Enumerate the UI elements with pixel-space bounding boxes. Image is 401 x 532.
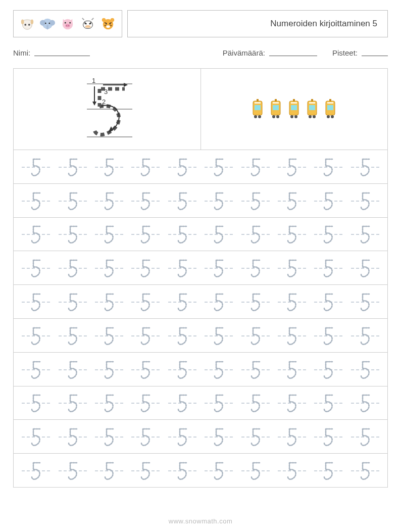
trace-char[interactable] [22,359,50,380]
trace-char[interactable] [95,460,123,481]
trace-char[interactable] [22,291,50,312]
trace-char[interactable] [314,426,342,447]
trace-char[interactable] [241,190,270,211]
trace-char[interactable] [278,291,306,312]
trace-char[interactable] [95,325,123,346]
trace-char[interactable] [59,460,87,481]
trace-char[interactable] [131,223,160,245]
trace-char[interactable] [278,426,306,447]
trace-char[interactable] [131,325,160,346]
trace-char[interactable] [241,156,270,177]
score-blank[interactable] [362,49,388,56]
trace-char[interactable] [22,460,50,481]
trace-char[interactable] [168,156,196,177]
trace-char[interactable] [314,359,342,380]
trace-char[interactable] [168,460,196,481]
trace-char[interactable] [59,223,87,245]
trace-char[interactable] [314,190,342,211]
trace-char[interactable] [22,392,50,413]
trace-char[interactable] [351,392,379,413]
trace-char[interactable] [22,426,50,447]
trace-char[interactable] [22,223,50,245]
trace-char[interactable] [205,359,233,380]
trace-char[interactable] [314,460,342,481]
trace-char[interactable] [168,291,196,312]
trace-char[interactable] [95,190,123,211]
trace-char[interactable] [205,325,233,346]
trace-char[interactable] [278,325,306,346]
trace-char[interactable] [59,392,87,413]
trace-char[interactable] [278,190,306,211]
trace-char[interactable] [314,223,342,245]
trace-char[interactable] [351,257,379,278]
trace-char[interactable] [241,392,270,413]
trace-char[interactable] [59,257,87,278]
trace-char[interactable] [351,190,379,211]
trace-char[interactable] [205,190,233,211]
trace-char[interactable] [131,426,160,447]
trace-char[interactable] [278,359,306,380]
trace-char[interactable] [95,359,123,380]
trace-char[interactable] [351,426,379,447]
trace-char[interactable] [314,257,342,278]
trace-char[interactable] [278,392,306,413]
trace-char[interactable] [95,156,123,177]
trace-char[interactable] [95,257,123,278]
trace-char[interactable] [22,257,50,278]
trace-char[interactable] [131,156,160,177]
trace-char[interactable] [59,426,87,447]
trace-char[interactable] [351,460,379,481]
trace-char[interactable] [351,156,379,177]
trace-char[interactable] [22,156,50,177]
trace-char[interactable] [205,223,233,245]
date-blank[interactable] [269,49,317,56]
trace-char[interactable] [168,223,196,245]
trace-char[interactable] [241,325,270,346]
trace-char[interactable] [22,325,50,346]
trace-char[interactable] [59,359,87,380]
trace-char[interactable] [314,325,342,346]
trace-char[interactable] [314,156,342,177]
trace-char[interactable] [241,291,270,312]
trace-char[interactable] [59,325,87,346]
trace-char[interactable] [168,392,196,413]
trace-char[interactable] [95,291,123,312]
trace-char[interactable] [131,291,160,312]
trace-char[interactable] [168,426,196,447]
name-blank[interactable] [34,49,90,56]
trace-char[interactable] [278,460,306,481]
trace-char[interactable] [241,223,270,245]
trace-char[interactable] [59,190,87,211]
trace-char[interactable] [131,460,160,481]
trace-char[interactable] [131,392,160,413]
trace-char[interactable] [205,291,233,312]
trace-char[interactable] [314,392,342,413]
trace-char[interactable] [59,291,87,312]
trace-char[interactable] [278,257,306,278]
trace-char[interactable] [241,359,270,380]
trace-char[interactable] [351,325,379,346]
trace-char[interactable] [278,156,306,177]
trace-char[interactable] [168,325,196,346]
trace-char[interactable] [351,291,379,312]
trace-char[interactable] [314,291,342,312]
trace-char[interactable] [95,426,123,447]
trace-char[interactable] [131,257,160,278]
trace-char[interactable] [131,190,160,211]
trace-char[interactable] [241,460,270,481]
trace-char[interactable] [205,257,233,278]
trace-char[interactable] [241,257,270,278]
trace-char[interactable] [278,223,306,245]
trace-char[interactable] [351,223,379,245]
trace-char[interactable] [205,460,233,481]
trace-char[interactable] [205,392,233,413]
trace-char[interactable] [241,426,270,447]
trace-char[interactable] [351,359,379,380]
trace-char[interactable] [168,359,196,380]
trace-char[interactable] [205,426,233,447]
trace-char[interactable] [59,156,87,177]
trace-char[interactable] [131,359,160,380]
trace-char[interactable] [95,223,123,245]
trace-char[interactable] [95,392,123,413]
trace-char[interactable] [22,190,50,211]
